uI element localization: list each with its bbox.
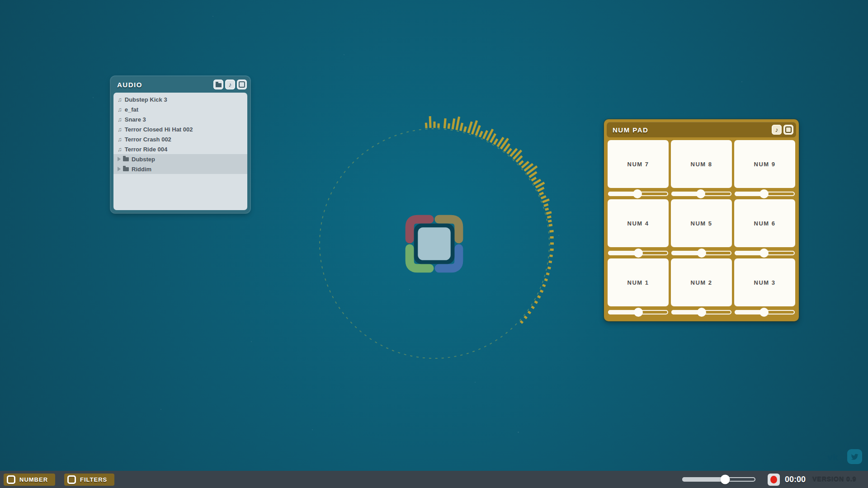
visualizer-tick [547,267,551,268]
visualizer-tick [507,149,511,154]
expand-caret-icon[interactable] [118,167,121,171]
filters-toggle-button[interactable]: FILTERS [64,474,114,486]
pad-volume-slider[interactable] [671,306,732,318]
pad-slider-track[interactable] [735,251,795,255]
numpad-pad-num-7[interactable]: NUM 7 [608,140,669,188]
pad-slider-track[interactable] [608,251,668,255]
pad-slider-thumb[interactable] [697,308,706,317]
pad-slider-track[interactable] [735,192,795,196]
audio-item-label: e_fat [125,106,138,113]
pad-slider-track[interactable] [735,310,795,314]
numpad-pad-num-3[interactable]: NUM 3 [734,258,795,306]
visualizer-tick [491,134,495,142]
numpad-panel-header[interactable]: NUM PAD ♪ [607,122,796,137]
app-logo [402,211,467,276]
box-icon-button[interactable] [237,80,247,89]
pad-slider-thumb[interactable] [634,249,643,258]
music-note-icon: ♫ [118,106,122,113]
pad-slider-track[interactable] [671,251,731,255]
visualizer-tick [480,131,482,137]
pad-volume-slider[interactable] [734,188,795,199]
pad-slider-thumb[interactable] [697,249,706,258]
audio-file-row[interactable]: ♫Dubstep Kick 3 [113,94,247,104]
numpad-pad-num-9[interactable]: NUM 9 [734,140,795,188]
audio-panel-header-icons: ♪ [213,80,247,89]
folder-icon [216,83,222,87]
visualizer-tick [548,221,552,222]
pad-slider-track[interactable] [608,192,668,196]
numpad-pad-num-1[interactable]: NUM 1 [608,258,669,306]
visualizer-tick [544,204,548,206]
visualizer-tick [546,212,552,214]
pad-slider-thumb[interactable] [760,189,769,198]
note-icon-button[interactable]: ♪ [772,125,782,135]
visualizer-tick [520,321,523,323]
pad-slider-thumb[interactable] [633,189,642,198]
audio-file-row[interactable]: ♫Terror Closed Hi Hat 002 [113,124,247,134]
pad-volume-slider[interactable] [734,306,795,318]
audio-file-row[interactable]: ♫Terror Ride 004 [113,144,247,154]
pad-volume-slider[interactable] [608,247,669,258]
pad-volume-slider[interactable] [671,247,732,258]
visualizer-tick [457,117,459,130]
visualizer-tick [519,161,523,164]
visualizer-tick [426,123,426,128]
pad-slider-thumb[interactable] [760,308,769,317]
pad-label: NUM 5 [691,220,712,227]
visualizer-tick [464,127,466,132]
audio-item-label: Riddim [132,166,151,173]
numpad-pad-num-6[interactable]: NUM 6 [734,199,795,247]
pad-slider-track[interactable] [671,310,731,314]
folder-icon-button[interactable] [213,80,223,89]
pad-slider-thumb[interactable] [760,249,769,258]
pad-label: NUM 1 [627,279,649,286]
twitter-icon[interactable] [847,449,862,464]
numpad-pad-num-2[interactable]: NUM 2 [671,258,732,306]
audio-panel-header[interactable]: AUDIO ♪ [111,76,250,93]
pad-slider-track[interactable] [608,310,668,314]
visualizer-tick [549,262,552,262]
volume-slider-track[interactable] [682,477,755,482]
visualizer-tick [444,118,445,128]
expand-caret-icon[interactable] [118,157,121,161]
visualizer-tick [516,156,522,162]
bottom-toolbar: NUMBER FILTERS 00:00 VERSION 0.9 [0,471,868,488]
note-icon-button[interactable]: ♪ [225,80,235,89]
audio-file-row[interactable]: ♫Terror Crash 002 [113,134,247,144]
background-particle [93,97,94,98]
number-toggle-button[interactable]: NUMBER [4,474,55,486]
audio-folder-row[interactable]: Dubstep [113,154,247,164]
background-particle [518,432,519,433]
box-icon-button[interactable] [783,125,793,135]
master-volume-slider[interactable] [682,477,755,482]
audio-file-list: ♫Dubstep Kick 3♫e_fat♫Snare 3♫Terror Clo… [113,93,247,210]
music-note-icon: ♫ [118,136,122,143]
pad-slider-thumb[interactable] [696,189,705,198]
visualizer-tick [453,118,454,129]
record-button[interactable] [768,474,780,486]
pad-volume-slider[interactable] [671,188,732,199]
pad-volume-slider[interactable] [734,247,795,258]
pad-slider-track[interactable] [671,192,731,196]
audio-folder-row[interactable]: Riddim [113,164,247,174]
pad-volume-slider[interactable] [608,306,669,318]
vk-icon[interactable]: vk [827,452,838,463]
number-button-label: NUMBER [19,476,48,483]
filters-button-label: FILTERS [80,476,107,483]
numpad-pad-num-5[interactable]: NUM 5 [671,199,732,247]
visualizer-tick [430,116,430,128]
visualizer-tick [524,316,527,318]
visualizer-tick [468,122,472,133]
pad-volume-slider[interactable] [608,188,669,199]
audio-file-row[interactable]: ♫e_fat [113,104,247,114]
audio-panel: AUDIO ♪ ♫Dubstep Kick 3♫e_fat♫Snare 3♫Te… [111,76,250,213]
visualizer-tick [535,301,538,303]
pad-slider-thumb[interactable] [634,308,643,317]
pad-label: NUM 3 [754,279,776,286]
numpad-pad-num-8[interactable]: NUM 8 [671,140,732,188]
numpad-pad-num-4[interactable]: NUM 4 [608,199,669,247]
pad-label: NUM 2 [691,279,712,286]
visualizer-tick [545,209,549,210]
audio-file-row[interactable]: ♫Snare 3 [113,114,247,124]
volume-slider-thumb[interactable] [721,475,730,484]
